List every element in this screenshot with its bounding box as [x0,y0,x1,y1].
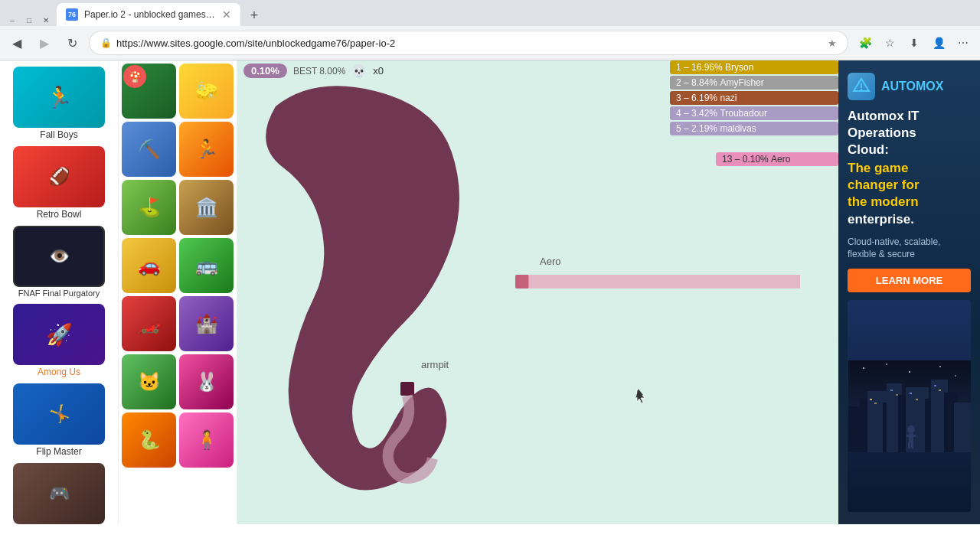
active-tab[interactable]: 76 Paper.io 2 - unblocked games 76 ✕ [57,3,240,26]
retro-bowl-label: Retro Bowl [37,209,82,220]
tab-bar: – □ ✕ 76 Paper.io 2 - unblocked games 76… [0,0,980,26]
game-grid: 🍄 🧽 ⛏️ 🏃 ⛳ 🏛️ 🚗 [119,60,237,524]
grid-row-1: 🍄 🧽 [122,64,234,119]
ad-panel: AUTOMOX Automox IT Operations Cloud: The… [838,60,980,524]
url-text: https://www.sites.google.com/site/unbloc… [116,37,823,49]
url-bar[interactable]: 🔒 https://www.sites.google.com/site/unbl… [89,31,848,55]
grid-thumb-snake[interactable]: 🐍 [122,412,176,468]
among-us-thumb: 🚀 [13,304,105,365]
fall-boys-label: Fall Boys [40,129,77,140]
new-tab-button[interactable]: + [243,5,265,26]
grid-row-7: 🐍 🧍 [122,412,234,468]
flip-master-label: Flip Master [36,446,81,457]
among-us-label: Among Us [38,367,80,377]
ad-city-image [848,300,971,512]
svg-rect-29 [909,433,913,442]
svg-point-5 [886,364,887,365]
svg-rect-27 [939,390,941,391]
retro-bowl-thumb: 🏈 [13,146,105,207]
forward-button[interactable]: ▶ [34,32,55,54]
grid-row-5: 🏎️ 🏰 [122,296,234,351]
svg-rect-24 [910,393,912,394]
aero-player-dot [515,275,529,289]
ad-brand-name: AUTOMOX [881,80,943,93]
sidebar: 🏃 Fall Boys 🏈 Retro Bowl 👁️ FNAF Final P… [0,60,119,524]
svg-point-8 [955,375,956,377]
svg-point-7 [939,366,941,367]
fnaf-label: FNAF Final Purgatory [18,289,100,298]
profile-btn[interactable]: 👤 [928,32,949,54]
grid-row-3: ⛳ 🏛️ [122,180,234,235]
ad-highlight-2: changer for [848,178,920,192]
ad-logo: AUTOMOX [848,73,971,100]
automox-logo-icon [848,73,875,100]
ad-subtext: Cloud-native, scalable, flexible & secur… [848,236,971,262]
armpit-label: armpit [421,359,449,370]
svg-rect-21 [874,403,877,404]
back-button[interactable]: ◀ [6,32,28,54]
grid-thumb-city-car[interactable]: 🏎️ [122,296,176,351]
grid-row-6: 🐱 🐰 [122,354,234,409]
tab-title-text: Paper.io 2 - unblocked games 76 [84,9,216,20]
svg-rect-26 [934,385,936,386]
maximize-btn[interactable]: □ [23,14,35,26]
fall-boys-thumb: 🏃 [13,67,105,128]
svg-rect-32 [908,442,910,448]
grid-row-2: ⛏️ 🏃 [122,122,234,177]
sidebar-item-flip-master[interactable]: 🤸 Flip Master [3,380,115,460]
grid-thumb-rabbit[interactable]: 🐰 [179,354,234,409]
grid-thumb-minecraft[interactable]: ⛏️ [122,122,176,177]
browser-chrome: – □ ✕ 76 Paper.io 2 - unblocked games 76… [0,0,980,60]
svg-rect-30 [906,435,910,437]
fnaf-thumb: 👁️ [13,226,105,287]
game-canvas [237,60,838,524]
svg-rect-25 [916,399,918,400]
svg-rect-20 [870,399,872,400]
grid-thumb-car[interactable]: 🚗 [122,238,176,293]
ad-cta-button[interactable]: LEARN MORE [848,269,971,292]
aero-label: Aero [540,256,560,267]
minimize-btn[interactable]: – [6,14,18,26]
main-content: 🏃 Fall Boys 🏈 Retro Bowl 👁️ FNAF Final P… [0,60,980,524]
svg-rect-33 [911,442,913,448]
address-actions: 🧩 ☆ ⬇ 👤 ⋯ [854,32,974,54]
sidebar-item-bottom[interactable]: 🎮 [3,460,115,524]
city-svg [848,360,971,452]
svg-rect-19 [954,403,971,452]
sidebar-item-among-us[interactable]: 🚀 Among Us [3,301,115,380]
ad-headline: Automox IT Operations Cloud: The game ch… [848,108,971,228]
armpit-player-dot [400,382,414,396]
svg-rect-22 [890,390,893,391]
svg-rect-31 [912,435,916,437]
bookmark-btn[interactable]: ☆ [879,32,900,54]
grid-thumb-spongebob[interactable]: 🧽 [179,64,234,119]
close-btn[interactable]: ✕ [40,14,52,26]
sidebar-item-fall-boys[interactable]: 🏃 Fall Boys [3,64,115,143]
sidebar-item-fnaf[interactable]: 👁️ FNAF Final Purgatory [3,223,115,301]
download-btn[interactable]: ⬇ [903,32,925,54]
svg-point-2 [861,89,862,90]
address-bar: ◀ ▶ ↻ 🔒 https://www.sites.google.com/sit… [0,26,980,60]
grid-thumb-temple[interactable]: 🏛️ [179,180,234,235]
bottom-thumb: 🎮 [13,463,105,524]
flip-master-thumb: 🤸 [13,383,105,445]
sidebar-item-retro-bowl[interactable]: 🏈 Retro Bowl [3,143,115,223]
refresh-button[interactable]: ↻ [61,32,83,54]
mouse-cursor [635,390,651,405]
grid-thumb-pink-dude[interactable]: 🧍 [179,412,234,468]
game-area[interactable]: 0.10% BEST 8.00% 💀 x0 1 – 16.96% Bryson … [237,60,838,524]
grid-thumb-tom-jerry[interactable]: 🐱 [122,354,176,409]
grid-thumb-bus[interactable]: 🚌 [179,238,234,293]
grid-thumb-mario[interactable]: 🍄 [122,64,176,119]
extensions-btn[interactable]: 🧩 [854,32,876,54]
ad-highlight-1: The game [848,161,908,175]
svg-point-4 [863,367,864,369]
menu-btn[interactable]: ⋯ [952,32,974,54]
grid-thumb-castle[interactable]: 🏰 [179,296,234,351]
grid-row-4: 🚗 🚌 [122,238,234,293]
grid-thumb-golf[interactable]: ⛳ [122,180,176,235]
tab-close-btn[interactable]: ✕ [222,8,231,21]
svg-rect-23 [896,394,898,396]
grid-thumb-subway[interactable]: 🏃 [179,122,234,177]
svg-point-6 [909,371,910,373]
